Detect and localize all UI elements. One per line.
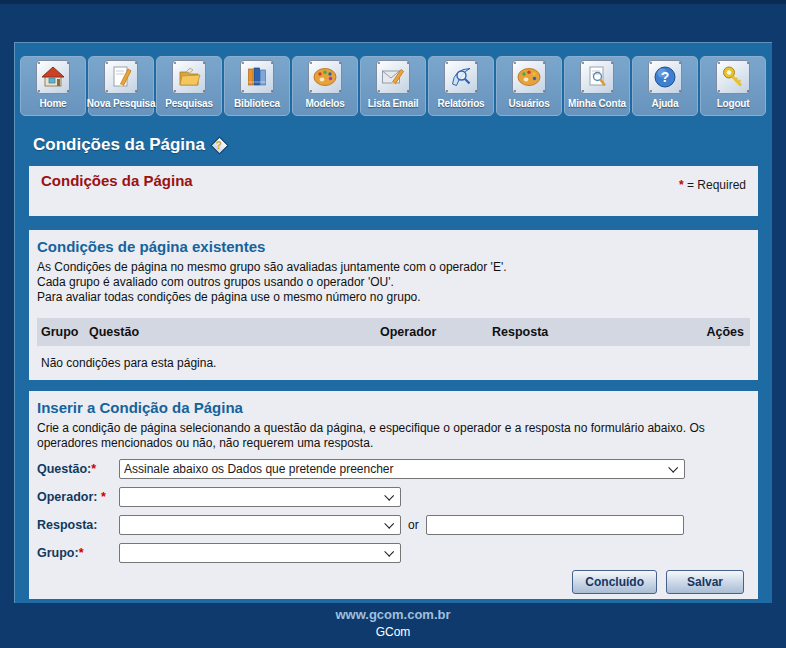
page-title-row: Condições da Página ? [33,133,772,157]
toolbar-label: Logout [717,98,750,109]
my-account-icon [580,60,614,94]
required-note-text: = Required [687,178,746,192]
chevron-down-icon [384,547,394,557]
conditions-table-header: Grupo Questão Operador Resposta Ações [37,318,750,346]
toolbar-button-nova-pesquisa[interactable]: Nova Pesquisa [88,56,154,116]
toolbar-button-modelos[interactable]: Modelos [292,56,358,116]
users-palette-icon [512,60,546,94]
toolbar-label: Pesquisas [165,98,213,109]
panel-insert-condition: Inserir a Condição da Página Crie a cond… [29,391,758,599]
or-label: or [408,518,419,532]
form-row-questao: Questão:* Assinale abaixo os Dados que p… [37,459,750,479]
required-star: * [101,490,106,504]
toolbar-button-usuarios[interactable]: Usuários [496,56,562,116]
operador-select[interactable] [119,487,401,507]
form-row-resposta: Resposta: or [37,515,750,535]
toolbar-label: Home [40,98,67,109]
toolbar-label: Lista Email [368,98,419,109]
library-icon [240,60,274,94]
toolbar-label: Modelos [305,98,344,109]
questao-select[interactable]: Assinale abaixo os Dados que pretende pr… [119,459,685,479]
help-icon: ? [648,60,682,94]
toolbar-button-biblioteca[interactable]: Biblioteca [224,56,290,116]
grupo-select[interactable] [119,543,401,563]
toolbar-button-logout[interactable]: Logout [700,56,766,116]
form-row-operador: Operador: * [37,487,750,507]
chevron-down-icon [668,463,678,473]
toolbar-label: Nova Pesquisa [87,98,156,109]
column-header-questao: Questão [89,325,380,339]
toolbar-button-home[interactable]: Home [20,56,86,116]
existing-conditions-line: Cada grupo é avaliado com outros grupos … [37,275,750,290]
toolbar-button-minha-conta[interactable]: Minha Conta [564,56,630,116]
required-star: * [79,546,84,560]
panel-heading: Condições da Página [41,172,193,210]
templates-palette-icon [308,60,342,94]
footer-brand: GCom [0,625,786,639]
toolbar-button-lista-email[interactable]: Lista Email [360,56,426,116]
panel-existing-conditions: Condições de página existentes As Condiç… [29,230,758,380]
footer-url-link[interactable]: www.gcom.com.br [0,607,786,622]
required-star: * [91,462,96,476]
questao-selected-value: Assinale abaixo os Dados que pretende pr… [124,462,394,476]
top-edge-line [0,0,786,4]
page-title: Condições da Página [33,135,205,155]
toolbar-button-relatorios[interactable]: Relatórios [428,56,494,116]
empty-conditions-message: Não condições para esta página. [37,356,750,370]
toolbar-label: Usuários [508,98,549,109]
reports-icon [444,60,478,94]
insert-condition-description: Crie a condição de página selecionando a… [37,421,743,451]
column-header-acoes: Ações [692,325,744,339]
page-help-icon[interactable]: ? [210,136,228,154]
footer: www.gcom.com.br GCom [0,607,786,639]
chevron-down-icon [384,491,394,501]
resposta-select[interactable] [119,515,401,535]
column-header-operador: Operador [380,325,492,339]
existing-conditions-heading: Condições de página existentes [37,238,750,255]
email-list-icon [376,60,410,94]
concluido-button[interactable]: Concluído [572,570,657,594]
new-survey-icon [104,60,138,94]
column-header-grupo: Grupo [41,325,89,339]
toolbar-button-pesquisas[interactable]: Pesquisas [156,56,222,116]
form-buttons-row: Concluído Salvar [37,570,750,594]
column-header-resposta: Resposta [492,325,692,339]
required-star: * [679,178,684,192]
grupo-label: Grupo:* [37,546,119,560]
surveys-folder-icon [172,60,206,94]
required-note: * = Required [679,178,746,210]
questao-label: Questão:* [37,462,119,476]
operador-label: Operador: * [37,490,119,504]
toolbar-label: Ajuda [652,98,679,109]
resposta-text-input[interactable] [426,515,684,535]
existing-conditions-line: Para avaliar todas condições de página u… [37,290,750,305]
toolbar: Home Nova Pesquisa [20,56,767,116]
salvar-button[interactable]: Salvar [666,570,744,594]
toolbar-label: Biblioteca [234,98,280,109]
panel-page-conditions: Condições da Página * = Required [29,166,758,216]
resposta-label: Resposta: [37,518,119,532]
logout-key-icon [716,60,750,94]
toolbar-button-ajuda[interactable]: ? Ajuda [632,56,698,116]
svg-text:?: ? [661,69,670,85]
insert-condition-heading: Inserir a Condição da Página [37,399,750,416]
existing-conditions-line: As Condições de página no mesmo grupo sã… [37,260,750,275]
toolbar-label: Minha Conta [568,98,626,109]
form-row-grupo: Grupo:* [37,543,750,563]
chevron-down-icon [384,519,394,529]
toolbar-label: Relatórios [438,98,485,109]
main-window: Home Nova Pesquisa [14,42,772,603]
home-icon [36,60,70,94]
